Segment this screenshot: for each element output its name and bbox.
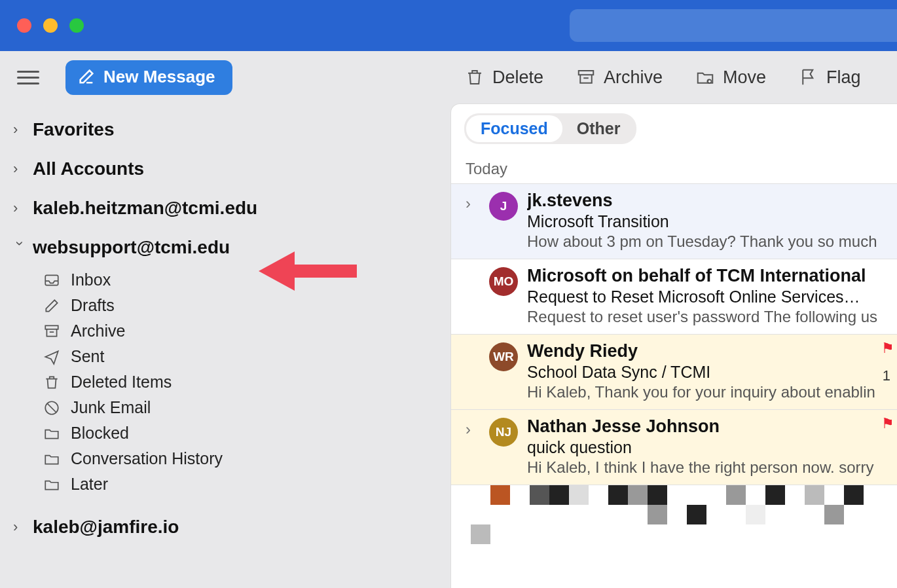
new-message-button[interactable]: New Message [65,60,232,95]
section-today: Today [451,144,897,183]
archive-icon [43,323,60,340]
search-input[interactable] [570,9,897,42]
spacer [466,341,480,401]
email-item[interactable]: WR Wendy Riedy School Data Sync / TCMI H… [451,334,897,409]
email-sender: Microsoft on behalf of TCM International [527,266,897,286]
email-subject: Microsoft Transition [527,211,897,231]
drafts-icon [43,297,60,314]
tab-focused[interactable]: Focused [466,115,562,142]
folder-icon [43,476,60,493]
email-subject: School Data Sync / TCMI [527,361,897,382]
folder-blocked[interactable]: Blocked [43,420,437,446]
svg-rect-0 [579,71,594,75]
sidebar: › Favorites › All Accounts › kaleb.heitz… [0,103,450,588]
redacted-content [451,485,897,576]
favorites-label: Favorites [33,119,115,140]
move-label: Move [723,67,766,88]
folder-later[interactable]: Later [43,471,437,497]
folder-list: Inbox Drafts Archive Sent Deleted Items … [13,267,437,497]
folder-label: Later [71,475,108,494]
tab-other[interactable]: Other [562,115,635,142]
sidebar-account-1[interactable]: › websupport@tcmi.edu [13,228,437,267]
folder-label: Blocked [71,424,129,443]
folder-junk[interactable]: Junk Email [43,395,437,420]
email-item[interactable]: › NJ Nathan Jesse Johnson quick question… [451,409,897,485]
window-controls [17,18,84,33]
chevron-right-icon: › [13,200,26,217]
archive-label: Archive [604,67,663,88]
account-email-label: kaleb.heitzman@tcmi.edu [33,198,257,219]
move-icon [695,67,715,87]
annotation-arrow [259,248,357,297]
archive-icon [576,67,596,87]
email-preview: Request to reset user's password The fol… [527,306,897,326]
trash-icon [43,374,60,391]
flag-icon [799,67,818,87]
chevron-right-icon[interactable]: › [466,416,480,477]
chevron-down-icon: › [11,241,28,254]
folder-label: Deleted Items [71,373,172,392]
junk-icon [43,399,60,416]
email-sender: Nathan Jesse Johnson [527,416,897,437]
delete-button[interactable]: Delete [465,67,543,88]
titlebar [0,0,897,51]
folder-icon [43,425,60,442]
folder-label: Junk Email [71,398,151,417]
trash-icon [465,67,485,87]
email-item[interactable]: › J jk.stevens Microsoft Transition How … [451,183,897,259]
sidebar-account-0[interactable]: › kaleb.heitzman@tcmi.edu [13,189,437,228]
folder-archive[interactable]: Archive [43,318,437,344]
folder-label: Inbox [71,270,111,289]
email-preview: Hi Kaleb, I think I have the right perso… [527,457,897,477]
folder-label: Conversation History [71,449,223,468]
sidebar-favorites[interactable]: › Favorites [13,110,437,149]
email-preview: Hi Kaleb, Thank you for your inquiry abo… [527,382,897,401]
flag-icon: ⚑ [881,415,894,432]
hamburger-icon[interactable] [17,71,39,84]
account-email-label: websupport@tcmi.edu [33,237,230,258]
email-item[interactable]: MO Microsoft on behalf of TCM Internatio… [451,259,897,334]
svg-rect-3 [45,325,58,329]
folder-label: Drafts [71,296,115,315]
delete-label: Delete [492,67,543,88]
account-email-label: kaleb@jamfire.io [33,517,179,538]
avatar: J [489,192,518,221]
email-count: 1 [883,367,890,384]
minimize-window-button[interactable] [43,18,58,33]
spacer [466,266,480,326]
email-sender: Wendy Riedy [527,341,897,361]
flag-label: Flag [826,67,861,88]
folder-icon [43,450,60,468]
compose-icon [77,67,96,86]
avatar: WR [489,342,518,371]
avatar: MO [489,267,518,296]
chevron-right-icon: › [13,519,26,536]
folder-conversation-history[interactable]: Conversation History [43,446,437,471]
sidebar-all-accounts[interactable]: › All Accounts [13,149,437,189]
svg-rect-2 [45,275,58,285]
chevron-right-icon[interactable]: › [466,191,480,251]
inbox-icon [43,272,60,289]
folder-deleted[interactable]: Deleted Items [43,369,437,395]
message-pane: Focused Other Today › J jk.stevens Micro… [450,103,897,588]
email-sender: jk.stevens [527,191,897,211]
close-window-button[interactable] [17,18,31,33]
move-button[interactable]: Move [695,67,766,88]
email-preview: How about 3 pm on Tuesday? Thank you so … [527,231,897,251]
chevron-right-icon: › [13,160,26,177]
fullscreen-window-button[interactable] [69,18,84,33]
folder-sent[interactable]: Sent [43,344,437,369]
archive-button[interactable]: Archive [576,67,663,88]
new-message-label: New Message [103,67,215,87]
email-list: › J jk.stevens Microsoft Transition How … [451,183,897,576]
folder-label: Sent [71,347,104,366]
top-toolbar: New Message Delete Archive Move Flag [0,51,897,103]
sidebar-account-2[interactable]: › kaleb@jamfire.io [13,507,437,547]
inbox-tabs: Focused Other [451,104,897,144]
flag-button[interactable]: Flag [799,67,861,88]
folder-label: Archive [71,322,125,340]
folder-drafts[interactable]: Drafts [43,293,437,318]
main-area: › Favorites › All Accounts › kaleb.heitz… [0,103,897,588]
folder-inbox[interactable]: Inbox [43,267,437,293]
email-subject: Request to Reset Microsoft Online Servic… [527,286,897,306]
